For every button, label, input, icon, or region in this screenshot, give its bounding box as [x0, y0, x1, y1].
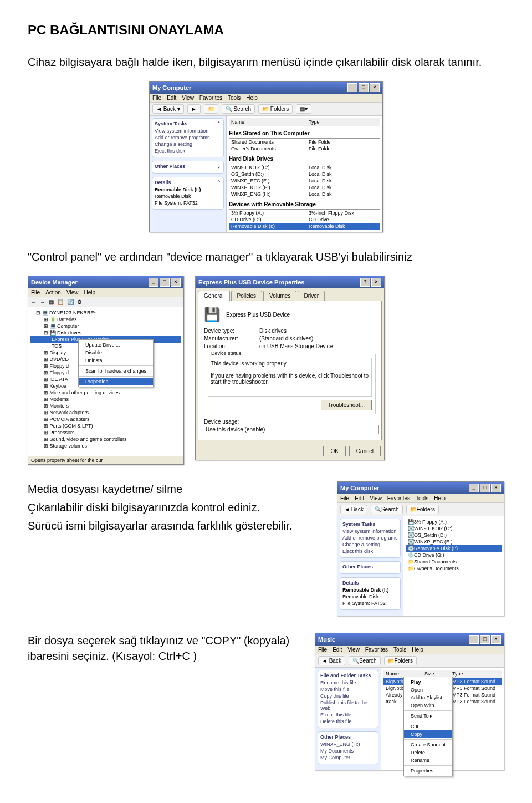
menu-action[interactable]: Action	[45, 289, 61, 296]
col-size[interactable]: Size	[424, 671, 452, 677]
drive-row[interactable]: WINXP_ENG (H:)Local Disk	[229, 191, 380, 197]
up-button[interactable]: 📁	[204, 104, 218, 114]
drive-row[interactable]: WINXP_ETC (E:)Local Disk	[229, 177, 380, 184]
menu-view[interactable]: View	[370, 495, 382, 501]
sidebar-item[interactable]: View system information	[155, 128, 221, 134]
menu-file[interactable]: File	[340, 495, 349, 501]
forward-button[interactable]: ►	[187, 104, 201, 114]
col-name[interactable]: Name	[231, 119, 309, 125]
collapse-icon[interactable]: ⌃	[217, 180, 221, 185]
sidebar-item[interactable]: Publish this file to the Web	[320, 700, 376, 711]
close-button[interactable]: ×	[171, 278, 181, 287]
drive-item[interactable]: 💿 CD Drive (G:)	[406, 552, 502, 558]
tree-item[interactable]: ⊞ PCMCIA adapters	[30, 416, 181, 423]
drive-row[interactable]: WIN98_KOR (C:)Local Disk	[229, 164, 380, 171]
menu-edit[interactable]: Edit	[332, 647, 342, 653]
sidebar-item[interactable]: E-mail this file	[320, 712, 376, 718]
folder-row[interactable]: Owner's DocumentsFile Folder	[229, 145, 380, 152]
sidebar-item[interactable]: Change a setting	[155, 141, 221, 147]
menu-help[interactable]: Help	[434, 495, 446, 501]
minimize-button[interactable]: _	[469, 635, 479, 644]
tree-item[interactable]: ⊞ Network adapters	[30, 409, 181, 416]
menu-edit[interactable]: Edit	[167, 95, 176, 101]
ctx-properties[interactable]: Properties	[79, 378, 153, 385]
menu-help[interactable]: Help	[84, 289, 95, 296]
tree-item[interactable]: ⊟ 💾 Disk drives	[30, 329, 181, 336]
titlebar[interactable]: My Computer _ □ ×	[150, 82, 382, 94]
ctx-scan[interactable]: Scan for hardware changes	[79, 367, 153, 375]
close-button[interactable]: ×	[370, 83, 380, 92]
sidebar-item[interactable]: Add or remove programs	[155, 135, 221, 140]
tree-item[interactable]: ⊞ Processors	[30, 429, 181, 436]
ctx-cut[interactable]: Cut	[404, 723, 452, 730]
sidebar-item[interactable]: Change a setting	[342, 542, 398, 547]
back-button[interactable]: ◄ Back	[340, 505, 367, 514]
sidebar-item[interactable]: Eject this disk	[155, 148, 221, 154]
expand-icon[interactable]: ⌄	[217, 164, 221, 169]
drive-row[interactable]: CD Drive (G:)CD Drive	[229, 216, 380, 223]
tb-icon[interactable]: 🔄	[67, 299, 74, 305]
folders-button[interactable]: 📂 Folders	[258, 104, 293, 114]
tree-item[interactable]: ⊞ 🔋 Batteries	[30, 316, 181, 323]
titlebar[interactable]: Device Manager _ □ ×	[28, 276, 183, 288]
titlebar[interactable]: My Computer _ □ ×	[337, 482, 504, 494]
drive-item[interactable]: 📁 Owner's Documents	[406, 565, 502, 572]
back-button[interactable]: ◄ Back ▾	[152, 104, 184, 114]
back-button[interactable]: ◄ Back	[318, 656, 345, 665]
drive-row[interactable]: OS_Setdn (D:)Local Disk	[229, 171, 380, 177]
menu-help[interactable]: Help	[412, 647, 423, 653]
close-button[interactable]: ×	[371, 278, 381, 287]
ctx-uninstall[interactable]: Uninstall	[79, 357, 153, 364]
menu-favorites[interactable]: Favorites	[200, 95, 222, 101]
menu-tools[interactable]: Tools	[393, 647, 406, 653]
col-type[interactable]: Type	[452, 671, 463, 677]
tab-policies[interactable]: Policies	[231, 291, 262, 301]
menu-favorites[interactable]: Favorites	[387, 495, 410, 501]
views-button[interactable]: ▦▾	[296, 104, 311, 114]
ok-button[interactable]: OK	[323, 446, 345, 456]
help-button[interactable]: ?	[360, 278, 370, 287]
ctx-update-driver[interactable]: Update Driver...	[79, 341, 153, 349]
close-button[interactable]: ×	[491, 484, 501, 492]
tb-icon[interactable]: →	[40, 299, 45, 305]
column-headers[interactable]: Name Type	[229, 118, 380, 126]
sidebar-item[interactable]: Move this file	[320, 687, 376, 692]
tree-root[interactable]: ⊟ 💻 DYNE123-NEKRRE*	[30, 309, 181, 316]
troubleshoot-button[interactable]: Troubleshoot...	[321, 400, 372, 410]
folder-row[interactable]: Shared DocumentsFile Folder	[229, 139, 380, 145]
search-button[interactable]: 🔍 Search	[222, 104, 255, 114]
minimize-button[interactable]: _	[149, 278, 158, 287]
ctx-delete[interactable]: Delete	[404, 749, 452, 756]
menu-view[interactable]: View	[66, 289, 79, 296]
status-text-area[interactable]: This device is working properly. If you …	[208, 358, 372, 397]
ctx-open[interactable]: Open	[404, 686, 452, 694]
drive-item[interactable]: 💾 3½ Floppy (A:)	[406, 519, 502, 525]
drive-item[interactable]: 💽 WIN98_KOR (C:)	[406, 525, 502, 532]
tab-general[interactable]: General	[198, 291, 230, 301]
tb-icon[interactable]: ▦	[49, 299, 54, 305]
search-button[interactable]: 🔍Search	[349, 656, 381, 665]
search-button[interactable]: 🔍Search	[371, 505, 403, 514]
maximize-button[interactable]: □	[359, 83, 369, 92]
menu-view[interactable]: View	[182, 95, 194, 101]
ctx-add-playlist[interactable]: Add to Playlist	[404, 694, 452, 702]
tree-item[interactable]: ⊞ Modems	[30, 396, 181, 403]
minimize-button[interactable]: _	[469, 484, 479, 492]
ctx-disable[interactable]: Disable	[79, 349, 153, 357]
collapse-icon[interactable]: ⌃	[217, 121, 221, 126]
titlebar[interactable]: Music _ □ ×	[315, 633, 504, 646]
cancel-button[interactable]: Cancel	[349, 446, 381, 456]
menu-tools[interactable]: Tools	[228, 95, 241, 101]
menu-file[interactable]: File	[152, 95, 161, 101]
folders-button[interactable]: 📂Folders	[384, 656, 417, 665]
sidebar-item[interactable]: Add or remove programs	[342, 535, 398, 541]
menu-file[interactable]: File	[31, 289, 40, 296]
menu-tools[interactable]: Tools	[416, 495, 428, 501]
ctx-shortcut[interactable]: Create Shortcut	[404, 741, 452, 749]
drive-row-selected[interactable]: Removable Disk (I:)Removable Disk	[229, 223, 380, 230]
maximize-button[interactable]: □	[480, 484, 490, 492]
drive-item[interactable]: 📁 Shared Documents	[406, 558, 502, 565]
sidebar-item[interactable]: Copy this file	[320, 693, 376, 699]
menu-help[interactable]: Help	[246, 95, 258, 101]
sidebar-item[interactable]: My Documents	[320, 748, 376, 754]
